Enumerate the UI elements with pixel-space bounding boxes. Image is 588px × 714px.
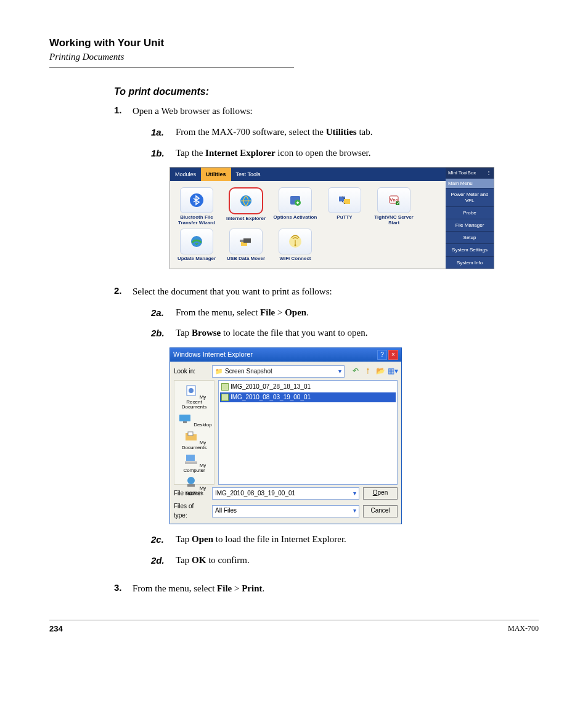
dialog-title: Windows Internet Explorer xyxy=(173,350,253,360)
chevron-down-icon: ▾ xyxy=(353,489,356,498)
text: Tap xyxy=(176,328,192,338)
filename-field[interactable]: IMG_2010_08_03_19_00_01▾ xyxy=(212,487,359,500)
procedure-heading: To print documents: xyxy=(114,86,539,97)
place-recent[interactable]: My Recent Documents xyxy=(174,383,214,410)
app-tightvnc[interactable]: Vnc TightVNC Server Start xyxy=(371,187,417,226)
newfolder-icon[interactable]: 📂 xyxy=(375,367,385,376)
bold-text: OK xyxy=(192,555,206,565)
back-icon[interactable]: ↶ xyxy=(351,367,361,376)
utilities-screenshot: Modules Utilities Test Tools Bluetooth F… xyxy=(169,167,494,269)
place-mycomputer[interactable]: My Computer xyxy=(174,452,214,473)
lookin-value: Screen Snapshot xyxy=(225,367,272,376)
usb-icon xyxy=(229,229,263,254)
side-btn-power-meter[interactable]: Power Meter and VFL xyxy=(446,188,494,206)
bold-text: Internet Explorer xyxy=(205,148,275,158)
svg-rect-12 xyxy=(240,240,243,242)
procedure-list: 1. Open a Web browser as follows: 1a. Fr… xyxy=(49,105,539,595)
app-usb-data-mover[interactable]: USB Data Mover xyxy=(223,229,269,262)
app-label: TightVNC Server Start xyxy=(371,215,417,226)
folder-icon: 📁 xyxy=(215,367,223,376)
svg-point-22 xyxy=(187,477,195,484)
step-2-sublist-cont: 2c. Tap Open to load the file in Interne… xyxy=(133,533,539,567)
svg-rect-23 xyxy=(187,484,195,487)
app-putty[interactable]: PuTTY xyxy=(322,187,367,226)
step-2d: 2d. Tap OK to confirm. xyxy=(151,554,539,567)
step-3: 3. From the menu, select File > Print. xyxy=(114,582,539,596)
app-label: Update Manager xyxy=(174,256,219,262)
chevron-down-icon: ▾ xyxy=(353,506,356,516)
tab-test-tools[interactable]: Test Tools xyxy=(231,168,266,181)
side-mainmenu: Main Menu xyxy=(446,179,494,189)
side-btn-probe[interactable]: Probe xyxy=(446,206,494,219)
btn-label: pen xyxy=(378,489,388,496)
filetype-dropdown[interactable]: All Files▾ xyxy=(212,505,359,517)
app-options-activation[interactable]: Options Activation xyxy=(272,187,318,226)
bold-text: Open xyxy=(285,307,306,317)
step-2a: 2a. From the menu, select File > Open. xyxy=(151,306,539,320)
step-text: Select the document that you want to pri… xyxy=(133,286,332,296)
cancel-button[interactable]: Cancel xyxy=(363,505,398,517)
place-label: Desktop xyxy=(194,422,211,428)
file-item-selected[interactable]: IMG_2010_08_03_19_00_01 xyxy=(220,392,396,403)
file-list[interactable]: IMG_2010_07_28_18_13_01 IMG_2010_08_03_1… xyxy=(218,380,398,485)
text: to confirm. xyxy=(206,555,249,565)
filename-label: File name: xyxy=(174,489,208,498)
app-wifi-connect[interactable]: WiFi Connect xyxy=(272,229,318,262)
bold-text: File xyxy=(260,307,275,317)
wifi-icon xyxy=(279,229,312,254)
options-icon xyxy=(279,187,312,213)
bold-text: Utilities xyxy=(326,127,357,137)
svg-rect-17 xyxy=(179,415,190,421)
svg-text:Vnc: Vnc xyxy=(390,198,398,202)
text: Tap the xyxy=(176,148,205,158)
app-label: PuTTY xyxy=(322,215,367,221)
substep-number: 1a. xyxy=(151,126,176,139)
bold-text: Open xyxy=(192,534,213,544)
menu-icon[interactable]: ⋮ xyxy=(486,169,491,177)
views-icon[interactable]: ▦▾ xyxy=(388,367,398,376)
text: icon to open the browser. xyxy=(276,148,371,158)
svg-rect-21 xyxy=(185,461,197,464)
image-file-icon xyxy=(221,394,229,401)
header-rule xyxy=(49,67,294,68)
svg-point-16 xyxy=(189,388,194,393)
bluetooth-icon xyxy=(180,187,213,213)
app-label: WiFi Connect xyxy=(272,256,318,262)
svg-rect-20 xyxy=(186,455,195,461)
app-update-manager[interactable]: Update Manager xyxy=(174,229,219,262)
file-item[interactable]: IMG_2010_07_28_18_13_01 xyxy=(220,382,396,392)
step-number: 2. xyxy=(114,285,133,575)
tab-modules[interactable]: Modules xyxy=(170,168,201,181)
step-text: Open a Web browser as follows: xyxy=(133,106,253,116)
app-bluetooth[interactable]: Bluetooth File Transfer Wizard xyxy=(174,187,219,226)
text: Tap xyxy=(176,534,192,544)
text: . xyxy=(263,583,265,593)
up-icon[interactable]: ⭱ xyxy=(363,367,373,376)
chevron-down-icon: ▾ xyxy=(338,367,341,376)
bold-text: Browse xyxy=(192,328,221,338)
step-2: 2. Select the document that you want to … xyxy=(114,285,539,575)
open-button[interactable]: Open xyxy=(363,487,398,500)
app-label: Bluetooth File Transfer Wizard xyxy=(174,215,219,226)
svg-rect-19 xyxy=(188,432,193,436)
side-btn-file-manager[interactable]: File Manager xyxy=(446,219,494,231)
side-btn-setup[interactable]: Setup xyxy=(446,231,494,243)
filetype-label: Files of type: xyxy=(174,502,208,520)
side-btn-system-settings[interactable]: System Settings xyxy=(446,243,494,256)
open-dialog-screenshot: Windows Internet Explorer ? × Look in: 📁… xyxy=(169,347,402,524)
app-label: Internet Explorer xyxy=(223,216,269,222)
app-internet-explorer[interactable]: Internet Explorer xyxy=(223,187,269,226)
side-btn-system-info[interactable]: System Info xyxy=(446,256,494,269)
text: From the MAX-700 software, select the xyxy=(176,127,326,137)
tab-utilities[interactable]: Utilities xyxy=(201,168,231,181)
place-mydocs[interactable]: My Documents xyxy=(174,429,214,450)
help-icon[interactable]: ? xyxy=(377,350,387,360)
step-number: 3. xyxy=(114,582,133,596)
lookin-dropdown[interactable]: 📁 Screen Snapshot ▾ xyxy=(212,365,345,378)
filename-value: IMG_2010_08_03_19_00_01 xyxy=(215,489,295,498)
substep-number: 2b. xyxy=(151,327,176,340)
close-icon[interactable]: × xyxy=(388,350,398,360)
place-desktop[interactable]: Desktop xyxy=(176,411,211,428)
step-1-sublist: 1a. From the MAX-700 software, select th… xyxy=(133,126,539,160)
file-name: IMG_2010_07_28_18_13_01 xyxy=(231,383,311,392)
